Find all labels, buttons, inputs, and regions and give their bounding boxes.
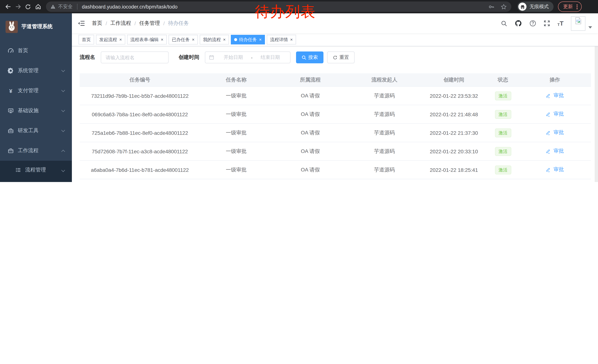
chevron-down-icon — [61, 128, 65, 132]
reset-button-label: 重置 — [339, 54, 349, 61]
tab-start-process[interactable]: 发起流程× — [96, 35, 125, 44]
toolbox-icon — [8, 128, 14, 134]
browser-reload-button[interactable] — [23, 2, 33, 12]
approve-link[interactable]: 审批 — [546, 148, 564, 155]
approve-link-label: 审批 — [554, 166, 564, 173]
process-name-input[interactable] — [101, 51, 169, 63]
browser-forward-button[interactable] — [13, 2, 23, 12]
reset-button[interactable]: 重置 — [327, 51, 355, 63]
table-cell-status: 激活 — [487, 147, 519, 156]
gear-icon — [8, 68, 14, 74]
status-badge: 激活 — [495, 128, 511, 137]
tab-close-icon[interactable]: × — [290, 37, 293, 42]
approve-link-label: 审批 — [554, 148, 564, 155]
url-text[interactable]: dashboard.yudao.iocoder.cn/bpm/task/todo — [82, 4, 177, 9]
sidebar-item-dev-tools[interactable]: 研发工具 — [0, 121, 72, 141]
table-header-row: 任务编号任务名称所属流程流程发起人创建时间状态操作 — [80, 73, 591, 86]
sidebar-item-system[interactable]: 系统管理 — [0, 61, 72, 81]
tab-todo-task[interactable]: 待办任务× — [231, 35, 265, 44]
tab-close-icon[interactable]: × — [259, 37, 262, 42]
chevron-up-icon — [61, 150, 65, 154]
forward-icon — [15, 3, 21, 10]
tab-done-task[interactable]: 已办任务× — [169, 35, 198, 44]
approve-link[interactable]: 审批 — [546, 166, 564, 173]
help-button[interactable] — [529, 20, 536, 27]
sidebar-item-workflow[interactable]: 工作流程 — [0, 141, 72, 161]
search-button[interactable]: 搜索 — [296, 51, 324, 63]
update-label[interactable]: 更新 — [563, 3, 573, 10]
table-cell-status: 激活 — [487, 128, 519, 137]
tab-form-edit[interactable]: 流程表单-编辑× — [127, 35, 167, 44]
table-cell: 069c6a63-7b8a-11ec-8ef0-acde48001122 — [80, 111, 200, 117]
font-size-button[interactable]: TT — [557, 20, 564, 26]
tab-close-icon[interactable]: × — [223, 37, 226, 42]
sidebar-item-label: 研发工具 — [18, 127, 39, 134]
sidebar: 芋道管理系统 首页系统管理¥支付管理基础设施研发工具工作流程流程管理任务管理我的… — [0, 13, 72, 182]
sidebar-item-process-mgmt[interactable]: 流程管理 — [0, 161, 72, 179]
tab-label: 我的流程 — [203, 36, 221, 43]
breadcrumb-separator: / — [106, 20, 107, 26]
process-name-label: 流程名 — [80, 54, 95, 61]
tab-home[interactable]: 首页 — [79, 35, 94, 44]
sidebar-item-task-mgmt[interactable]: 任务管理 — [0, 179, 72, 182]
table-cell: 2022-01-22 20:33:10 — [421, 148, 487, 154]
column-header: 任务编号 — [80, 76, 200, 83]
browser-home-button[interactable] — [33, 2, 43, 12]
breadcrumb-item[interactable]: 任务管理 — [139, 20, 160, 27]
password-key-button[interactable] — [488, 4, 495, 10]
table-cell-action: 审批 — [519, 148, 591, 155]
breadcrumb-item: 待办任务 — [168, 20, 189, 27]
refresh-icon — [333, 55, 338, 60]
tab-process-detail[interactable]: 流程详情× — [267, 35, 296, 44]
logo-avatar — [6, 21, 18, 33]
approve-link[interactable]: 审批 — [546, 111, 564, 118]
incognito-icon — [518, 3, 526, 11]
approve-link-label: 审批 — [554, 111, 564, 118]
sidebar-item-infrastructure[interactable]: 基础设施 — [0, 101, 72, 121]
tab-close-icon[interactable]: × — [192, 37, 194, 42]
annotation-text: 待办列表 — [255, 1, 316, 22]
github-link[interactable] — [515, 20, 522, 27]
table-row: 73211d9d-7b9b-11ec-b5b7-acde48001122一级审批… — [80, 86, 591, 105]
tab-close-icon[interactable]: × — [161, 37, 163, 42]
table-cell: OA 请假 — [272, 111, 348, 118]
column-header: 所属流程 — [272, 76, 348, 83]
sidebar-item-label: 流程管理 — [25, 167, 46, 173]
approve-link[interactable]: 审批 — [546, 92, 564, 99]
avatar-caret-down-icon[interactable] — [588, 26, 592, 28]
tab-close-icon[interactable]: × — [119, 37, 122, 42]
table-cell: OA 请假 — [272, 148, 348, 155]
sidebar-item-payment[interactable]: ¥支付管理 — [0, 81, 72, 101]
bookmark-star-button[interactable] — [500, 4, 507, 10]
breadcrumb-item[interactable]: 首页 — [92, 20, 102, 27]
browser-update-button[interactable]: 更新 — [558, 1, 582, 12]
table-cell: 一级审批 — [200, 166, 272, 173]
search-button-icon — [302, 55, 307, 60]
security-label[interactable]: 不安全 — [58, 3, 73, 10]
date-range-picker[interactable]: 开始日期 - 结束日期 — [205, 51, 291, 63]
github-icon — [515, 20, 522, 27]
sidebar-logo[interactable]: 芋道管理系统 — [0, 13, 72, 36]
browser-menu-icon[interactable] — [576, 4, 578, 10]
incognito-badge: 无痕模式 — [517, 1, 554, 12]
pencil-icon — [546, 93, 552, 98]
fullscreen-button[interactable] — [543, 20, 550, 27]
user-avatar[interactable] — [571, 16, 585, 31]
star-icon — [500, 4, 507, 10]
tab-label: 发起流程 — [99, 36, 117, 43]
sidebar-item-home[interactable]: 首页 — [0, 41, 72, 61]
sidebar-item-label: 系统管理 — [18, 67, 39, 74]
approve-link[interactable]: 审批 — [546, 129, 564, 136]
filter-form: 流程名 创建时间 开始日期 - 结束日期 搜索 — [80, 51, 591, 63]
end-date-placeholder[interactable]: 结束日期 — [254, 54, 286, 61]
start-date-placeholder[interactable]: 开始日期 — [217, 54, 249, 61]
header-search-button[interactable] — [501, 20, 507, 26]
table-cell-status: 激活 — [487, 91, 519, 100]
tab-label: 待办任务 — [239, 36, 257, 43]
sidebar-collapse-button[interactable] — [76, 20, 87, 27]
browser-back-button[interactable] — [3, 2, 13, 12]
table-cell: 2022-01-22 23:53:32 — [421, 93, 487, 99]
breadcrumb-item[interactable]: 工作流程 — [110, 20, 131, 27]
table-cell: 2022-01-22 21:37:30 — [421, 130, 487, 136]
tab-my-process[interactable]: 我的流程× — [200, 35, 229, 44]
